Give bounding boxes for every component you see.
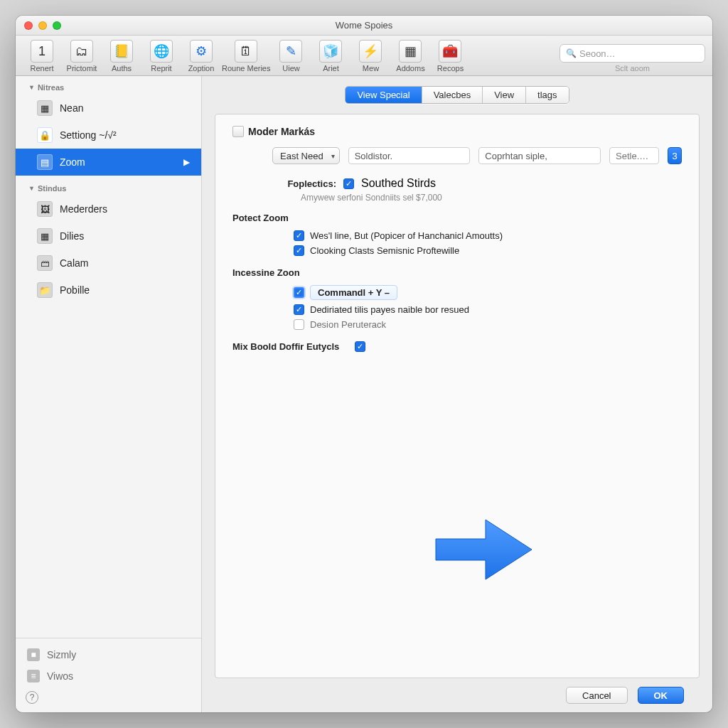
field-soldistor[interactable]: Soldistor. [348, 147, 471, 164]
checkbox-wesl-line[interactable] [294, 230, 304, 241]
section-title: Nitreas [38, 83, 64, 92]
toolbar-item-addoms[interactable]: ▦ Addoms [391, 40, 429, 73]
sidebar-bottom-label: Viwos [47, 670, 73, 682]
foplectics-label: Foplectics: [272, 178, 336, 189]
toolbar-item-renert[interactable]: 1 Renert [23, 40, 61, 73]
toolbar-item-uiew[interactable]: ✎ Uiew [272, 40, 310, 73]
section-incessine-zoon: Incessine Zoon [232, 267, 682, 278]
close-window-button[interactable] [24, 21, 33, 30]
checkbox-command-y[interactable] [294, 287, 304, 298]
help-button[interactable]: ? [26, 691, 38, 704]
checkbox-dedicated-tilis[interactable] [294, 304, 304, 315]
titlebar: Wome Spoies [16, 16, 712, 36]
toolbox-icon: 🧰 [439, 40, 461, 63]
toolbar-label: Mew [363, 64, 379, 73]
search-icon: 🔍 [566, 48, 577, 58]
archive-icon: 🗃 [37, 255, 53, 271]
minimize-window-button[interactable] [38, 21, 47, 30]
dialog-footer: Cancel OK [215, 678, 700, 712]
panel-icon: ▤ [37, 154, 53, 170]
toolbar-item-recops[interactable]: 🧰 Recops [431, 40, 469, 73]
grid-icon: ▦ [37, 100, 53, 116]
mix-boold-label: Mix Boold Doffir Eutycls [232, 341, 339, 352]
search-sublabel: Sclt aoom [615, 64, 650, 73]
toolbar-search-wrap: 🔍 Seoon… Sclt aoom [560, 44, 705, 73]
number-icon: 1 [31, 40, 53, 63]
sidebar-section-nitreas[interactable]: ▼ Nitreas [16, 80, 201, 95]
panel-heading-icon [232, 126, 244, 137]
package-icon: 🧊 [319, 40, 342, 63]
toolbar: 1 Renert 🗂 Prictomit 📒 Auths 🌐 Reprit ⚙ … [16, 36, 712, 76]
sidebar-item-zoom[interactable]: ▤ Zoom ▶ [16, 149, 201, 176]
toolbar-label: Auths [112, 64, 132, 73]
zoom-window-button[interactable] [53, 21, 61, 30]
toolbar-item-reprit[interactable]: 🌐 Reprit [142, 40, 181, 73]
count-stepper[interactable]: 3 [668, 147, 682, 164]
sidebar-item-label: Settiong ~/√² [60, 129, 117, 141]
field-coprhtan[interactable]: Coprhtan siple, [478, 147, 601, 164]
sidebar-item-settings[interactable]: Settiong ~/√² [16, 122, 201, 149]
grid-icon: ▦ [37, 228, 53, 244]
toolbar-label: Addoms [396, 64, 424, 73]
preferences-window: Wome Spoies 1 Renert 🗂 Prictomit 📒 Auths… [16, 16, 712, 712]
toolbar-item-prictomit[interactable]: 🗂 Prictomit [63, 40, 101, 73]
sidebar-bottom-label: Sizmly [47, 649, 76, 660]
sidebar-item-calam[interactable]: 🗃 Calam [16, 250, 201, 277]
tab-view-special[interactable]: View Special [346, 87, 422, 103]
toolbar-label: Renert [30, 64, 53, 73]
search-input[interactable]: 🔍 Seoon… [560, 44, 705, 63]
toolbar-label: Uiew [282, 64, 299, 73]
folder-icon [37, 282, 53, 298]
toolbar-label: Ariet [323, 64, 339, 73]
panel-heading-text: Moder Markás [248, 126, 315, 137]
panel-heading: Moder Markás [232, 126, 682, 137]
grid-icon: ▦ [399, 40, 422, 63]
checkbox-label: Desion Peruterack [310, 319, 386, 330]
tab-valecbes[interactable]: Valecbes [422, 87, 483, 103]
section-potect-zoom: Potect Zoom [232, 213, 682, 223]
sidebar-item-pobille[interactable]: Pobille [16, 277, 201, 304]
main-content: View Special Valecbes View tlags Moder M… [202, 76, 712, 712]
foplectics-note: Amywew serfoni Sondniits sel $7,000 [301, 193, 682, 203]
toolbar-item-auths[interactable]: 📒 Auths [102, 40, 141, 73]
sidebar-item-label: Zoom [60, 156, 85, 168]
checkbox-label: Dediriated tilis payes naible bor resued [310, 304, 469, 315]
sidebar-section-stindus[interactable]: ▼ Stindus [16, 181, 201, 196]
toolbar-item-mew[interactable]: ⚡ Mew [351, 40, 390, 73]
sidebar-item-label: Dilies [60, 230, 84, 242]
sidebar-item-label: Mederders [60, 203, 107, 215]
sidebar-item-mederders[interactable]: 🖼 Mederders [16, 196, 201, 223]
sidebar-bottom-viwos[interactable]: ≡ Viwos [16, 665, 201, 687]
preset-select[interactable]: East Need [272, 147, 340, 164]
checkbox-southed-stirds[interactable] [343, 178, 354, 189]
tab-tlags[interactable]: tlags [526, 87, 568, 103]
list-icon: ≡ [27, 670, 40, 682]
sidebar-item-dilies[interactable]: ▦ Dilies [16, 223, 201, 250]
sidebar-item-nean[interactable]: ▦ Nean [16, 95, 201, 122]
toolbar-label: Prictomit [67, 64, 97, 73]
folder-icon: 🗂 [70, 40, 93, 63]
toolbar-item-roune[interactable]: 🗓 Roune Meries [222, 40, 270, 73]
tab-view[interactable]: View [483, 87, 526, 103]
checkbox-mix-boold[interactable] [355, 341, 365, 352]
field-setle[interactable]: Setle.… [609, 147, 659, 164]
checkbox-label: Southed Stirds [361, 177, 436, 190]
section-title: Stindus [38, 184, 66, 193]
tabs: View Special Valecbes View tlags [202, 76, 712, 104]
toolbar-label: Recops [437, 64, 464, 73]
checkbox-clooking[interactable] [294, 245, 304, 256]
toolbar-item-ariet[interactable]: 🧊 Ariet [311, 40, 350, 73]
sidebar-bottom-sizmly[interactable]: ■ Sizmly [16, 644, 201, 665]
checkbox-desion[interactable] [294, 319, 304, 330]
toolbar-label: Zoption [188, 64, 215, 73]
globe-icon: 🌐 [150, 40, 173, 63]
toolbar-item-zoption[interactable]: ⚙ Zoption [182, 40, 220, 73]
sidebar: ▼ Nitreas ▦ Nean Settiong ~/√² ▤ Zoom ▶ [16, 76, 202, 712]
toolbar-label: Roune Meries [222, 64, 270, 73]
ok-button[interactable]: OK [638, 687, 685, 704]
toolbar-label: Reprit [151, 64, 171, 73]
checkbox-label: Wes'l line, But (Popicer of Hanchanicl A… [310, 230, 503, 241]
cancel-button[interactable]: Cancel [566, 687, 627, 704]
sidebar-item-label: Pobille [60, 284, 90, 296]
sidebar-item-label: Calam [60, 257, 88, 269]
